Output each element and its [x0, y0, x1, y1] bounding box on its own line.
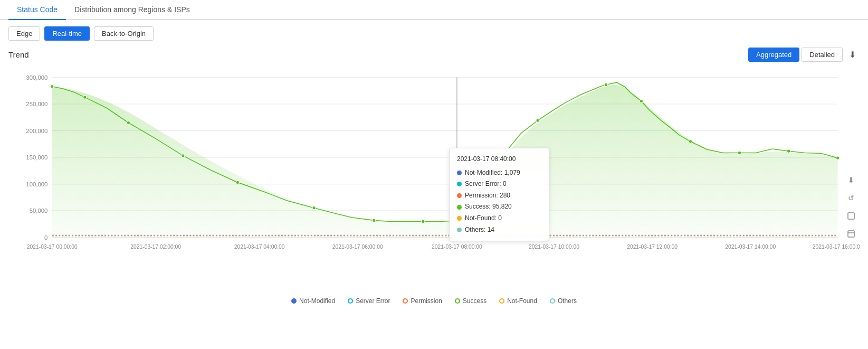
- legend-server-error[interactable]: Server Error: [348, 297, 390, 305]
- toolbar: Edge Real-time Back-to-Origin: [0, 20, 868, 47]
- svg-point-26: [604, 83, 607, 86]
- legend-not-found[interactable]: Not-Found: [499, 297, 537, 305]
- legend-permission[interactable]: Permission: [403, 297, 442, 305]
- side-fullscreen-icon[interactable]: [845, 210, 857, 222]
- legend-not-modified[interactable]: Not-Modified: [291, 297, 335, 305]
- tab-distribution[interactable]: Distribution among Regions & ISPs: [66, 0, 198, 20]
- svg-text:150,000: 150,000: [26, 154, 47, 161]
- svg-point-29: [738, 151, 741, 154]
- svg-text:2021-03-17 06:00:00: 2021-03-17 06:00:00: [332, 243, 383, 250]
- side-download-icon[interactable]: ⬇: [845, 174, 857, 186]
- download-icon[interactable]: ⬇: [845, 47, 860, 62]
- svg-point-20: [312, 206, 316, 210]
- svg-point-30: [787, 149, 790, 153]
- chart-area: 300,000 250,000 200,000 150,000 100,000 …: [8, 66, 860, 293]
- svg-rect-41: [848, 213, 854, 219]
- svg-text:250,000: 250,000: [26, 100, 47, 107]
- svg-point-15: [51, 84, 54, 88]
- backtoorigin-button[interactable]: Back-to-Origin: [94, 26, 154, 41]
- svg-text:2021-03-17 04:00:00: 2021-03-17 04:00:00: [234, 243, 285, 250]
- tab-status-code[interactable]: Status Code: [8, 0, 66, 20]
- svg-text:200,000: 200,000: [26, 127, 47, 134]
- svg-point-21: [373, 219, 376, 222]
- svg-text:100,000: 100,000: [26, 181, 47, 187]
- svg-text:2021-03-17 08:00:00: 2021-03-17 08:00:00: [432, 243, 482, 250]
- svg-point-17: [127, 121, 130, 124]
- svg-text:2021-03-17 14:00:00: 2021-03-17 14:00:00: [725, 243, 776, 250]
- svg-text:50,000: 50,000: [30, 207, 48, 214]
- top-tabs: Status Code Distribution among Regions &…: [0, 0, 868, 20]
- svg-rect-42: [848, 231, 854, 237]
- svg-text:300,000: 300,000: [26, 74, 47, 81]
- svg-point-28: [689, 140, 692, 143]
- chart-legend: Not-Modified Server Error Permission Suc…: [8, 293, 860, 307]
- svg-point-25: [536, 119, 539, 122]
- aggregated-button[interactable]: Aggregated: [748, 48, 799, 62]
- svg-text:0: 0: [44, 234, 47, 241]
- svg-point-16: [83, 96, 87, 99]
- svg-point-22: [422, 220, 425, 223]
- legend-success[interactable]: Success: [455, 297, 487, 305]
- side-refresh-icon[interactable]: ↺: [845, 192, 857, 204]
- edge-button[interactable]: Edge: [8, 26, 40, 41]
- trend-chart: 300,000 250,000 200,000 150,000 100,000 …: [8, 66, 860, 293]
- svg-text:2021-03-17 16:00:00: 2021-03-17 16:00:00: [813, 243, 860, 250]
- svg-point-27: [640, 99, 643, 102]
- chart-title: Trend: [8, 50, 29, 59]
- svg-point-18: [182, 154, 185, 157]
- chart-header: Trend Aggregated Detailed ⬇: [8, 47, 860, 62]
- chart-controls: Aggregated Detailed ⬇: [748, 47, 860, 62]
- svg-text:2021-03-17 10:00:00: 2021-03-17 10:00:00: [529, 243, 579, 250]
- svg-text:2021-03-17 12:00:00: 2021-03-17 12:00:00: [627, 243, 678, 250]
- svg-point-24: [487, 177, 490, 180]
- realtime-button[interactable]: Real-time: [44, 26, 90, 41]
- svg-point-31: [836, 156, 840, 159]
- svg-text:2021-03-17 00:00:00: 2021-03-17 00:00:00: [27, 243, 78, 250]
- svg-text:2021-03-17 02:00:00: 2021-03-17 02:00:00: [130, 243, 181, 250]
- chart-section: Trend Aggregated Detailed ⬇ 300,000: [0, 47, 868, 315]
- side-icons: ⬇ ↺: [843, 172, 860, 242]
- detailed-button[interactable]: Detailed: [802, 48, 843, 62]
- svg-point-19: [236, 181, 239, 184]
- legend-others[interactable]: Others: [550, 297, 577, 305]
- svg-point-23: [455, 218, 459, 222]
- side-collapse-icon[interactable]: [845, 228, 857, 240]
